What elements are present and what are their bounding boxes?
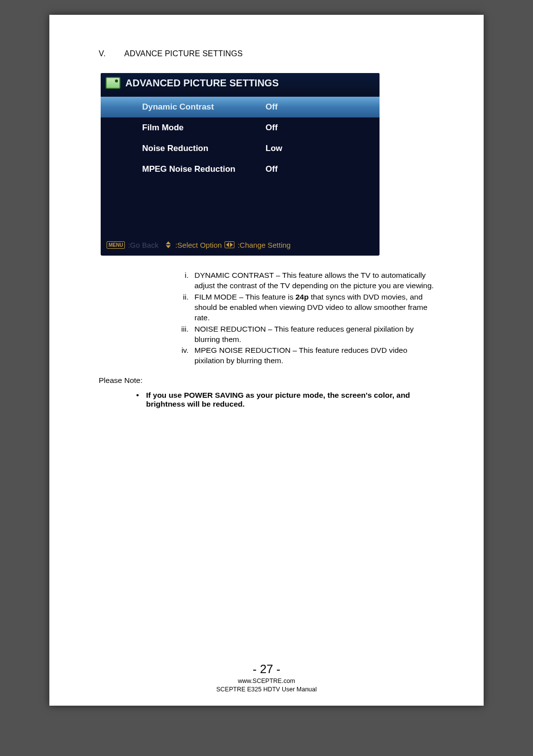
roman-numeral: iii. (172, 324, 194, 345)
footer-change-setting: :Change Setting (237, 241, 291, 249)
osd-row-label: Dynamic Contrast (142, 102, 266, 112)
note-bullet: • If you use POWER SAVING as your pictur… (136, 391, 434, 409)
osd-row-value: Off (266, 164, 278, 174)
osd-footer: MENU :Go Back :Select Option :Change Set… (107, 238, 374, 252)
desc-text-before: FILM MODE – This feature is (194, 293, 296, 301)
osd-titlebar: ADVANCED PICTURE SETTINGS (101, 73, 380, 93)
description-text: NOISE REDUCTION – This feature reduces g… (194, 324, 434, 345)
note-bullet-text: If you use POWER SAVING as your picture … (146, 391, 434, 409)
document-page: V. ADVANCE PICTURE SETTINGS ADVANCED PIC… (49, 15, 484, 706)
section-heading: V. ADVANCE PICTURE SETTINGS (99, 49, 434, 58)
osd-row-label: Film Mode (142, 123, 266, 133)
osd-row-label: MPEG Noise Reduction (142, 164, 266, 174)
osd-row-value: Off (266, 102, 278, 112)
osd-rows: Dynamic Contrast Off Film Mode Off Noise… (101, 93, 380, 180)
osd-title: ADVANCED PICTURE SETTINGS (125, 77, 279, 89)
page-number: - 27 - (49, 662, 484, 676)
description-item: ii. FILM MODE – This feature is 24p that… (172, 292, 434, 323)
roman-numeral: i. (172, 270, 194, 291)
menu-badge-icon: MENU (107, 241, 125, 249)
osd-row-value: Low (266, 144, 282, 153)
footer-url: www.SCEPTRE.com (238, 678, 295, 684)
tv-osd-screenshot: ADVANCED PICTURE SETTINGS Dynamic Contra… (101, 73, 380, 256)
osd-row-mpeg-noise-reduction[interactable]: MPEG Noise Reduction Off (101, 159, 380, 180)
roman-numeral: iv. (172, 345, 194, 366)
page-footer: www.SCEPTRE.com SCEPTRE E325 HDTV User M… (49, 677, 484, 694)
section-number: V. (99, 49, 122, 58)
osd-row-value: Off (266, 123, 278, 133)
description-text: DYNAMIC CONTRAST – This feature allows t… (194, 270, 434, 291)
description-item: i. DYNAMIC CONTRAST – This feature allow… (172, 270, 434, 291)
roman-numeral: ii. (172, 292, 194, 323)
description-text: MPEG NOISE REDUCTION – This feature redu… (194, 345, 434, 366)
footer-go-back: :Go Back (128, 241, 158, 249)
footer-select-option: :Select Option (175, 241, 222, 249)
osd-row-noise-reduction[interactable]: Noise Reduction Low (101, 138, 380, 159)
description-item: iv. MPEG NOISE REDUCTION – This feature … (172, 345, 434, 366)
description-text: FILM MODE – This feature is 24p that syn… (194, 292, 434, 323)
description-list: i. DYNAMIC CONTRAST – This feature allow… (172, 270, 434, 366)
left-right-arrows-icon (225, 241, 234, 248)
picture-settings-icon (106, 77, 120, 89)
osd-row-film-mode[interactable]: Film Mode Off (101, 117, 380, 138)
osd-row-label: Noise Reduction (142, 144, 266, 153)
bullet-icon: • (136, 391, 146, 409)
section-title: ADVANCE PICTURE SETTINGS (124, 49, 243, 58)
up-down-arrows-icon (164, 241, 172, 248)
footer-manual-name: SCEPTRE E325 HDTV User Manual (216, 686, 317, 693)
osd-row-dynamic-contrast[interactable]: Dynamic Contrast Off (101, 97, 380, 117)
desc-text-bold: 24p (296, 293, 309, 301)
please-note-label: Please Note: (99, 376, 434, 385)
description-item: iii. NOISE REDUCTION – This feature redu… (172, 324, 434, 345)
